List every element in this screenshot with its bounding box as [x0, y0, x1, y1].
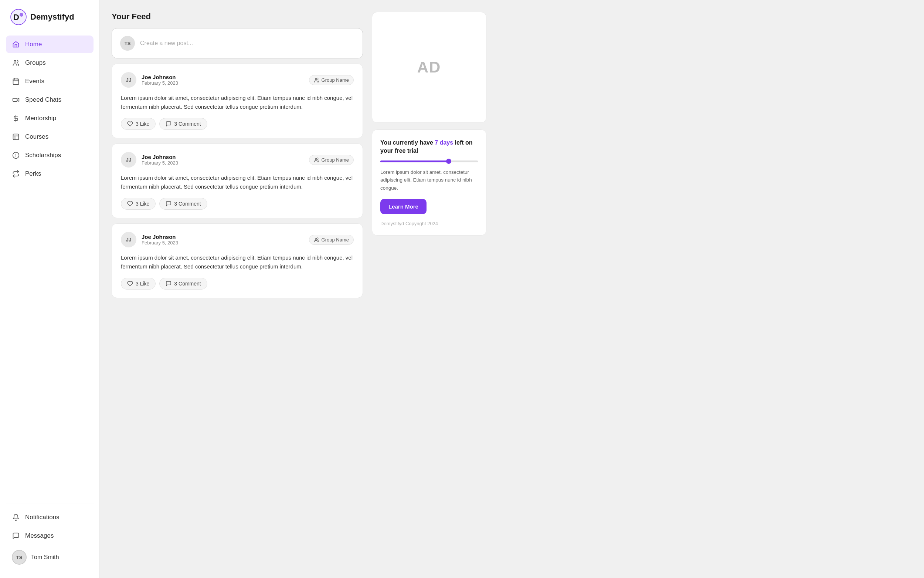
like-button-3[interactable]: 3 Like [121, 278, 155, 289]
post-body-1: Lorem ipsum dolor sit amet, consectetur … [121, 94, 354, 111]
comment-icon-2 [165, 201, 172, 207]
post-user-info-3: Joe Johnson February 5, 2023 [142, 234, 178, 245]
comment-icon-3 [165, 281, 172, 287]
like-count-3: 3 Like [136, 281, 149, 287]
post-user-info-2: Joe Johnson February 5, 2023 [142, 154, 178, 166]
post-avatar-1: JJ [121, 72, 136, 88]
sidebar-item-groups[interactable]: Groups [6, 54, 94, 72]
post-group-name-1: Group Name [322, 77, 349, 83]
bell-icon [12, 513, 20, 521]
post-header-2: JJ Joe Johnson February 5, 2023 Group Na… [121, 152, 354, 167]
comment-count-1: 3 Comment [174, 121, 201, 127]
trial-title: You currently have 7 days left on your f… [380, 139, 478, 155]
sidebar-logo[interactable]: D Demystifyd [0, 9, 99, 36]
post-user-info-1: Joe Johnson February 5, 2023 [142, 74, 178, 86]
sidebar-item-courses[interactable]: Courses [6, 128, 94, 146]
post-group-tag-3[interactable]: Group Name [309, 235, 354, 245]
like-count-2: 3 Like [136, 201, 149, 207]
post-author-3: Joe Johnson [142, 234, 178, 240]
comment-button-3[interactable]: 3 Comment [159, 278, 207, 289]
sidebar: D Demystifyd Home [0, 0, 100, 578]
sidebar-item-speed-chats[interactable]: Speed Chats [6, 91, 94, 109]
post-group-tag-1[interactable]: Group Name [309, 75, 354, 85]
sidebar-item-home[interactable]: Home [6, 36, 94, 53]
feed-column: Your Feed TS Create a new post... JJ Joe… [112, 12, 363, 303]
sidebar-item-messages[interactable]: Messages [6, 527, 94, 545]
user-name: Tom Smith [31, 554, 59, 561]
svg-point-16 [315, 78, 316, 80]
sidebar-item-perks[interactable]: Perks [6, 165, 94, 183]
comment-count-3: 3 Comment [174, 281, 201, 287]
sidebar-item-label-home: Home [25, 41, 42, 48]
post-actions-2: 3 Like 3 Comment [121, 198, 354, 209]
post-avatar-3: JJ [121, 232, 136, 247]
trial-box: You currently have 7 days left on your f… [372, 130, 486, 235]
sidebar-item-label-messages: Messages [25, 532, 53, 539]
post-avatar-2: JJ [121, 152, 136, 167]
post-author-2: Joe Johnson [142, 154, 178, 160]
messages-icon [12, 532, 20, 540]
svg-rect-8 [13, 98, 17, 101]
svg-point-3 [14, 60, 16, 62]
sidebar-item-scholarships[interactable]: Scholarships [6, 146, 94, 164]
user-avatar: TS [12, 550, 27, 565]
perks-icon [12, 170, 20, 178]
comment-icon-1 [165, 121, 172, 127]
post-group-tag-2[interactable]: Group Name [309, 155, 354, 165]
sidebar-item-label-mentorship: Mentorship [25, 115, 56, 122]
svg-point-17 [315, 158, 316, 159]
learn-more-button[interactable]: Learn More [380, 199, 427, 214]
heart-icon-1 [127, 121, 133, 127]
sidebar-item-events[interactable]: Events [6, 73, 94, 90]
comment-button-2[interactable]: 3 Comment [159, 198, 207, 209]
post-date-2: February 5, 2023 [142, 160, 178, 166]
trial-title-prefix: You currently have [380, 140, 435, 146]
sidebar-item-label-groups: Groups [25, 59, 46, 67]
heart-icon-3 [127, 281, 133, 287]
feed-title: Your Feed [112, 12, 363, 21]
trial-days: 7 days [435, 140, 453, 146]
post-card-1: JJ Joe Johnson February 5, 2023 Group Na… [112, 63, 363, 138]
svg-text:D: D [13, 13, 19, 22]
sidebar-item-notifications[interactable]: Notifications [6, 508, 94, 526]
post-author-1: Joe Johnson [142, 74, 178, 80]
group-icon-1 [314, 77, 319, 83]
video-icon [12, 96, 20, 104]
svg-rect-4 [13, 79, 19, 84]
courses-icon [12, 133, 20, 141]
sidebar-item-label-courses: Courses [25, 133, 49, 141]
sidebar-item-mentorship[interactable]: Mentorship [6, 109, 94, 127]
post-card-3: JJ Joe Johnson February 5, 2023 Group Na… [112, 223, 363, 298]
post-header-3: JJ Joe Johnson February 5, 2023 Group Na… [121, 232, 354, 247]
trial-progress-dot [446, 159, 451, 164]
post-card-2: JJ Joe Johnson February 5, 2023 Group Na… [112, 143, 363, 218]
app-name: Demystifyd [30, 12, 74, 22]
like-button-2[interactable]: 3 Like [121, 198, 155, 209]
trial-progress-fill [380, 161, 449, 162]
post-group-name-3: Group Name [322, 237, 349, 243]
comment-button-1[interactable]: 3 Comment [159, 118, 207, 130]
svg-point-18 [315, 238, 316, 239]
post-body-2: Lorem ipsum dolor sit amet, consectetur … [121, 174, 354, 191]
trial-description: Lorem ipsum dolor sit amet, consectetur … [380, 168, 478, 192]
scholarships-icon [12, 151, 20, 159]
post-group-name-2: Group Name [322, 157, 349, 163]
create-post-box[interactable]: TS Create a new post... [112, 28, 363, 58]
post-date-1: February 5, 2023 [142, 80, 178, 86]
group-icon-3 [314, 237, 319, 243]
app-logo-icon: D [10, 9, 27, 25]
ad-label: AD [417, 58, 441, 76]
sidebar-bottom: Notifications Messages TS Tom Smith [0, 508, 99, 569]
mentorship-icon [12, 114, 20, 122]
post-date-3: February 5, 2023 [142, 240, 178, 245]
like-button-1[interactable]: 3 Like [121, 118, 155, 130]
home-icon [12, 40, 20, 49]
sidebar-item-label-notifications: Notifications [25, 514, 60, 521]
sidebar-item-label-scholarships: Scholarships [25, 152, 61, 159]
sidebar-item-label-perks: Perks [25, 170, 41, 177]
group-icon-2 [314, 157, 319, 163]
main-content: Your Feed TS Create a new post... JJ Joe… [100, 0, 924, 578]
post-header-1: JJ Joe Johnson February 5, 2023 Group Na… [121, 72, 354, 88]
user-profile-item[interactable]: TS Tom Smith [6, 546, 94, 569]
heart-icon-2 [127, 201, 133, 207]
